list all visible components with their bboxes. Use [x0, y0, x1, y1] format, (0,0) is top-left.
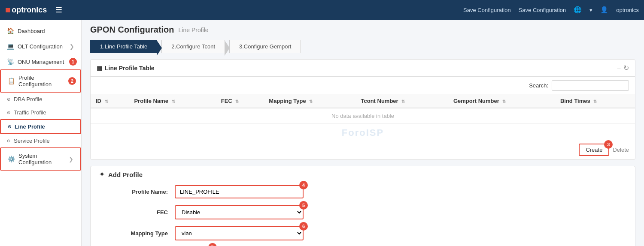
fec-wrapper: Disable Enable 5	[175, 205, 304, 219]
user-icon: 👤	[600, 6, 608, 14]
sidebar-sub-label: Service Profile	[14, 138, 50, 144]
sidebar: 🏠 Dashboard 💻 OLT Configuration ❯ 📡 ONU …	[0, 20, 82, 246]
wizard-tab-label: 1.Line Profile Table	[100, 43, 147, 50]
sidebar-sub-item-line-profile[interactable]: ⊙ Line Profile	[0, 119, 81, 134]
profile-config-icon: 📋	[8, 78, 15, 84]
main-content: GPON Configuration Line Profile 1.Line P…	[82, 20, 644, 246]
sidebar-item-label: Profile Configuration	[18, 75, 69, 87]
globe-arrow: ▾	[589, 7, 592, 13]
refresh-button[interactable]: ↻	[623, 64, 629, 72]
sidebar-item-profile-config[interactable]: 📋 Profile Configuration ❯ 2	[0, 69, 81, 93]
sidebar-item-label: OLT Configuration	[18, 43, 63, 50]
wizard-tab-label: 2.Configure Tcont	[171, 43, 215, 50]
line-profile-table-card: ▦ Line Profile Table − ↻ Search: ID	[90, 59, 635, 160]
sidebar-sub-label: DBA Profile	[14, 96, 42, 102]
topnav-right: Save Configuration Save Configuration 🌐 …	[463, 6, 639, 14]
profile-name-badge: 4	[299, 181, 308, 189]
logo: ■ optronics	[5, 4, 47, 15]
sidebar-item-label: System Configuration	[18, 153, 69, 165]
topnav: ■ optronics ☰ Save Configuration Save Co…	[0, 0, 644, 20]
wizard-tab-line-profile-table[interactable]: 1.Line Profile Table	[90, 40, 157, 53]
globe-icon[interactable]: 🌐	[574, 6, 582, 14]
mapping-type-wrapper: vlan gem priority 6	[175, 226, 304, 240]
form-group-fec: FEC Disable Enable 5	[99, 205, 626, 219]
search-input[interactable]	[552, 80, 629, 91]
mapping-type-label: Mapping Type	[99, 230, 168, 237]
page-header: GPON Configuration Line Profile	[90, 25, 635, 35]
minimize-button[interactable]: −	[617, 64, 621, 72]
sort-arrows-tcont-number: ⇅	[401, 99, 405, 104]
sidebar-item-dashboard[interactable]: 🏠 Dashboard	[0, 23, 81, 39]
sort-arrows-fec: ⇅	[235, 99, 239, 104]
circle-line-icon: ⊙	[8, 124, 11, 129]
sidebar-item-label: Dashboard	[18, 28, 45, 34]
user-label: optronics	[616, 7, 639, 13]
profile-name-label: Profile Name:	[99, 189, 168, 195]
sort-arrows-profile-name: ⇅	[172, 99, 175, 104]
sort-arrows-mapping-type: ⇅	[309, 99, 313, 104]
wizard-tab-configure-gemport[interactable]: 3.Configure Gemport	[229, 40, 301, 53]
create-button-wrapper: Create 3	[579, 144, 609, 156]
circle-dba-icon: ⊙	[7, 97, 10, 102]
fec-select[interactable]: Disable Enable	[175, 205, 304, 219]
profile-name-input[interactable]	[175, 185, 304, 198]
save-config-label[interactable]: Save Configuration	[519, 7, 566, 13]
table-header-row: ID ⇅ Profile Name ⇅ FEC ⇅ Mapping Type	[91, 94, 635, 108]
col-tcont-number[interactable]: Tcont Number ⇅	[356, 94, 448, 108]
table-no-data-row: No data available in table	[91, 108, 635, 124]
watermark: ForoISP	[91, 124, 635, 140]
system-config-icon: ⚙️	[8, 156, 15, 162]
dashboard-icon: 🏠	[7, 27, 14, 34]
table-icon: ▦	[97, 65, 102, 72]
page-title: GPON Configuration	[90, 25, 174, 35]
profile-table: ID ⇅ Profile Name ⇅ FEC ⇅ Mapping Type	[91, 94, 635, 124]
col-fec[interactable]: FEC ⇅	[216, 94, 264, 108]
onu-badge: 1	[69, 58, 77, 66]
table-actions: Create 3 Delete	[91, 140, 635, 159]
fec-label: FEC	[99, 209, 168, 216]
col-mapping-type[interactable]: Mapping Type ⇅	[264, 94, 355, 108]
sidebar-item-onu-mgmt[interactable]: 📡 ONU Management 1	[0, 54, 81, 69]
hamburger-icon[interactable]: ☰	[55, 5, 62, 15]
wizard-tab-label: 3.Configure Gemport	[239, 43, 291, 50]
page-subtitle: Line Profile	[179, 27, 209, 33]
wizard-tabs: 1.Line Profile Table 2.Configure Tcont 3…	[90, 40, 635, 53]
sidebar-item-olt-config[interactable]: 💻 OLT Configuration ❯	[0, 39, 81, 54]
system-config-chevron: ❯	[69, 156, 73, 162]
circle-traffic-icon: ⊙	[7, 110, 10, 115]
olt-icon: 💻	[7, 43, 14, 50]
profile-name-wrapper: 4	[175, 185, 304, 198]
mapping-type-select[interactable]: vlan gem priority	[175, 226, 304, 240]
profile-config-badge: 2	[68, 77, 76, 85]
wizard-tab-configure-tcont[interactable]: 2.Configure Tcont	[161, 40, 225, 53]
sidebar-sub-label: Traffic Profile	[14, 109, 46, 116]
sort-arrows-id: ⇅	[105, 99, 108, 104]
fec-badge: 5	[299, 201, 308, 210]
no-data-cell: No data available in table	[91, 108, 635, 124]
save-config-button[interactable]: Save Configuration	[463, 7, 511, 13]
logo-icon: ■	[5, 4, 11, 15]
search-label: Search:	[529, 82, 548, 89]
sidebar-sub-item-service-profile[interactable]: ⊙ Service Profile	[0, 134, 81, 147]
add-profile-icon: ✦	[99, 171, 105, 178]
card-header: ▦ Line Profile Table − ↻	[91, 60, 635, 77]
sidebar-item-system-config[interactable]: ⚙️ System Configuration ❯	[0, 147, 81, 171]
col-profile-name[interactable]: Profile Name ⇅	[129, 94, 216, 108]
sidebar-sub-label: Line Profile	[15, 123, 45, 130]
col-bind-times[interactable]: Bind Times ⇅	[555, 94, 635, 108]
add-profile-title: Add Profile	[108, 171, 143, 178]
circle-service-icon: ⊙	[7, 138, 10, 143]
chevron-icon: ❯	[70, 43, 74, 50]
col-gemport-number[interactable]: Gemport Number ⇅	[448, 94, 555, 108]
sidebar-sub-item-dba-profile[interactable]: ⊙ DBA Profile	[0, 93, 81, 106]
sort-arrows-bind-times: ⇅	[593, 99, 597, 104]
form-group-mapping-type: Mapping Type vlan gem priority 6	[99, 226, 626, 240]
delete-button[interactable]: Delete	[613, 144, 629, 156]
create-badge: 3	[604, 140, 613, 149]
onu-icon: 📡	[7, 58, 14, 65]
add-profile-form: ✦ Add Profile Profile Name: 4 FEC	[91, 166, 635, 246]
table-search-row: Search:	[91, 77, 635, 94]
logo-label: optronics	[12, 6, 47, 15]
col-id[interactable]: ID ⇅	[91, 94, 129, 108]
sidebar-sub-item-traffic-profile[interactable]: ⊙ Traffic Profile	[0, 106, 81, 119]
